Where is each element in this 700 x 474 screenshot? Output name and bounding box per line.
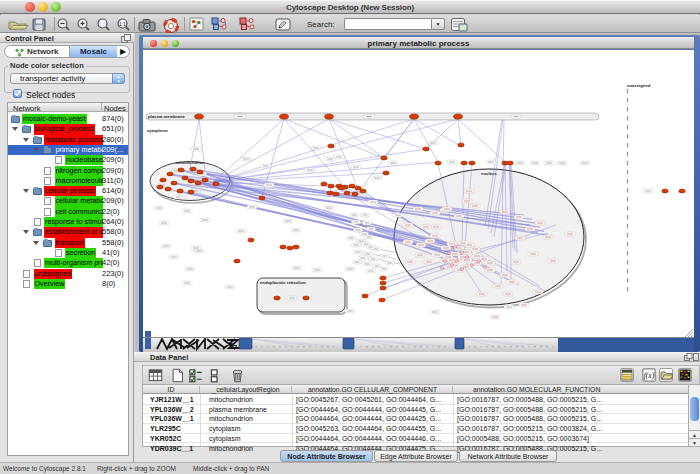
svg-text:mitochondrion: mitochondrion	[175, 160, 205, 165]
svg-text:unassigned: unassigned	[627, 83, 651, 88]
svg-text:cytoplasm: cytoplasm	[147, 128, 168, 133]
svg-text:plasma membrane: plasma membrane	[148, 114, 185, 119]
svg-text:1:1: 1:1	[119, 21, 126, 27]
svg-text:endoplasmic reticulum: endoplasmic reticulum	[260, 280, 306, 285]
svg-text:nucleus: nucleus	[481, 171, 497, 176]
svg-text:f(x): f(x)	[644, 371, 655, 380]
